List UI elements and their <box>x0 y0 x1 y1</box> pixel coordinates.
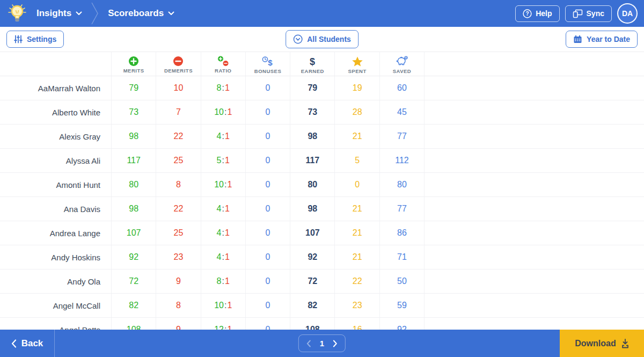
student-name: Angel McCall <box>0 294 112 317</box>
chevron-left-icon <box>11 339 17 348</box>
bonuses-value: 0 <box>246 221 290 245</box>
download-icon <box>621 339 629 348</box>
app-window: Insights Scoreboards ? Help <box>0 0 644 357</box>
table-row[interactable]: Ana Davis 98 22 4:1 0 98 21 77 <box>0 197 644 221</box>
earned-value: 73 <box>290 100 335 124</box>
earned-value: 107 <box>290 221 335 245</box>
merits-value: 92 <box>112 245 156 269</box>
spent-value: 21 <box>335 245 379 269</box>
calendar-icon <box>573 35 582 43</box>
bottom-action-bar: Back 1 Download <box>0 330 644 357</box>
student-name: Alexis Gray <box>0 125 112 148</box>
student-name: Amonti Hunt <box>0 173 112 196</box>
all-students-filter-button[interactable]: All Students <box>286 30 358 48</box>
back-label: Back <box>21 338 43 349</box>
ratio-numerator: 4 <box>217 132 222 141</box>
demerits-value: 25 <box>156 149 201 172</box>
sync-button[interactable]: Sync <box>565 5 612 22</box>
ratio-denominator: 1 <box>225 83 230 93</box>
table-row[interactable]: Amonti Hunt 80 8 10:1 0 80 0 80 <box>0 173 644 197</box>
year-to-date-button[interactable]: Year to Date <box>566 31 638 48</box>
table-header-row: MERITS DEMERITS RATIO <box>0 52 644 76</box>
table-row[interactable]: Angel McCall 82 8 10:1 0 82 23 59 <box>0 294 644 318</box>
student-name: Andrea Lange <box>0 221 112 245</box>
breadcrumb-insights-dropdown[interactable]: Insights <box>33 8 85 19</box>
plus-minus-ratio-icon <box>217 56 229 67</box>
previous-page-button[interactable] <box>306 340 311 347</box>
settings-button[interactable]: Settings <box>6 31 64 48</box>
table-row[interactable]: Alberto White 73 7 10:1 0 73 28 45 <box>0 100 644 125</box>
back-button[interactable]: Back <box>0 330 55 357</box>
filters-toolbar: Settings All Students Year to Date <box>0 27 644 52</box>
ratio-colon: : <box>222 252 224 262</box>
ratio-denominator: 1 <box>225 276 230 286</box>
ratio-value: 10:1 <box>201 294 246 317</box>
bonuses-value: 0 <box>246 125 290 148</box>
clock-dollar-icon: $ <box>261 56 274 67</box>
demerits-value: 9 <box>156 269 201 293</box>
column-header-merits: MERITS <box>112 52 156 76</box>
earned-value: 98 <box>290 197 335 221</box>
demerits-value: 25 <box>156 221 201 245</box>
avatar-initials: DA <box>622 9 633 18</box>
saved-value: 60 <box>380 76 425 100</box>
table-row[interactable]: Andy Ola 72 9 8:1 0 72 22 50 <box>0 269 644 294</box>
ratio-denominator: 1 <box>225 228 230 238</box>
download-label: Download <box>575 339 616 348</box>
demerits-value: 8 <box>156 294 201 317</box>
pagination: 1 <box>298 334 346 352</box>
ratio-colon: : <box>222 132 224 141</box>
scoreboard-table: MERITS DEMERITS RATIO <box>0 52 644 342</box>
chevron-left-icon <box>306 340 311 347</box>
row-filler <box>425 125 644 148</box>
ratio-numerator: 4 <box>217 252 222 262</box>
download-button[interactable]: Download <box>560 330 644 357</box>
spent-value: 21 <box>335 197 379 221</box>
spent-value: 21 <box>335 221 379 245</box>
bonuses-value: 0 <box>246 197 290 221</box>
ratio-value: 8:1 <box>201 269 246 293</box>
merits-value: 98 <box>112 125 156 148</box>
row-filler <box>425 76 644 100</box>
bonuses-value: 0 <box>246 100 290 124</box>
row-filler <box>425 197 644 221</box>
breadcrumb-separator-icon <box>91 0 99 27</box>
table-body: AaMarrah Walton 79 10 8:1 0 79 19 60 Alb… <box>0 76 644 342</box>
ratio-value: 10:1 <box>201 173 246 196</box>
ratio-numerator: 10 <box>214 180 224 190</box>
merits-value: 117 <box>112 149 156 172</box>
user-avatar[interactable]: DA <box>617 3 638 24</box>
help-button[interactable]: ? Help <box>515 5 559 22</box>
ratio-colon: : <box>222 204 224 214</box>
dollar-icon: $ <box>309 56 316 67</box>
spent-value: 22 <box>335 269 379 293</box>
row-filler <box>425 149 644 172</box>
table-row[interactable]: Andy Hoskins 92 23 4:1 0 92 21 71 <box>0 245 644 269</box>
bonuses-value: 0 <box>246 149 290 172</box>
table-row[interactable]: Alexis Gray 98 22 4:1 0 98 21 77 <box>0 125 644 149</box>
row-filler <box>425 100 644 124</box>
bonuses-value: 0 <box>246 294 290 317</box>
scoreboards-label: Scoreboards <box>108 8 164 19</box>
student-name: Andy Ola <box>0 269 112 293</box>
all-students-label: All Students <box>307 35 351 43</box>
plus-circle-icon <box>128 56 139 67</box>
svg-text:?: ? <box>526 11 529 17</box>
spent-value: 5 <box>335 149 379 172</box>
table-row[interactable]: AaMarrah Walton 79 10 8:1 0 79 19 60 <box>0 76 644 100</box>
column-header-demerits: DEMERITS <box>156 52 201 76</box>
earned-value: 79 <box>290 76 335 100</box>
ratio-value: 4:1 <box>201 245 246 269</box>
table-row[interactable]: Alyssa Ali 117 25 5:1 0 117 5 112 <box>0 149 644 173</box>
row-filler <box>425 221 644 245</box>
ratio-colon: : <box>222 156 224 165</box>
ratio-colon: : <box>222 83 224 93</box>
next-page-button[interactable] <box>333 340 338 347</box>
student-name: AaMarrah Walton <box>0 76 112 100</box>
column-header-ratio: RATIO <box>201 52 246 76</box>
ratio-value: 10:1 <box>201 100 246 124</box>
star-icon <box>352 56 363 67</box>
table-row[interactable]: Andrea Lange 107 25 4:1 0 107 21 86 <box>0 221 644 245</box>
breadcrumb-scoreboards-dropdown[interactable]: Scoreboards <box>105 8 178 19</box>
merits-value: 98 <box>112 197 156 221</box>
